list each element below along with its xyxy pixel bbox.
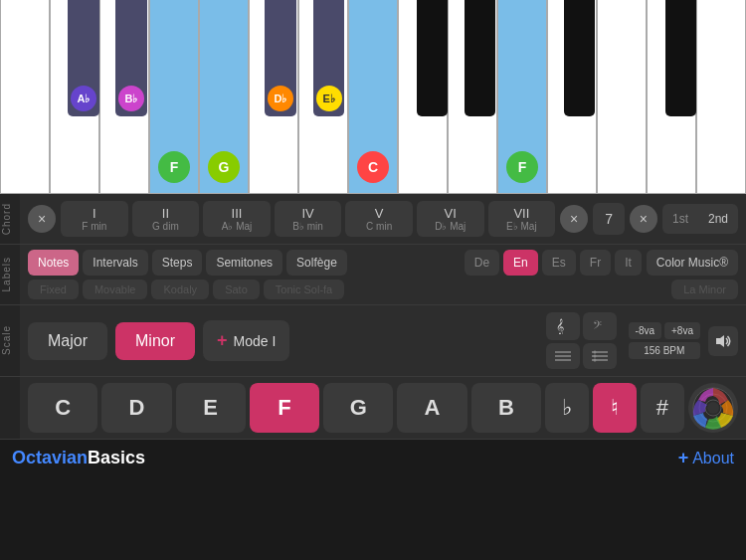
chord-roman-3: III [207, 206, 267, 221]
black-key-bb1[interactable]: B♭ [115, 0, 146, 116]
chord-roman-4: IV [279, 206, 338, 221]
controls-section: Chord × I F min II G dim III A♭ Maj IV [0, 194, 746, 440]
label-btn-steps[interactable]: Steps [152, 250, 203, 276]
bpm-minus-btn[interactable]: -8va [629, 322, 661, 339]
footer: OctavianBasics + About [0, 440, 746, 476]
lang-btn-it[interactable]: It [615, 250, 642, 276]
white-key-f2[interactable]: F [497, 0, 547, 194]
svg-point-15 [707, 402, 719, 414]
lang-btn-es[interactable]: Es [542, 250, 576, 276]
chord-degree-5[interactable]: V C min [345, 201, 413, 237]
white-key-g1[interactable]: G [199, 0, 249, 194]
list-icon [591, 349, 609, 363]
chord-inversion-container: 1st 2nd [662, 204, 738, 234]
black-key-ab1[interactable]: A♭ [68, 0, 98, 116]
scale-row: Major Minor + Mode I 𝄞 𝄢 [20, 305, 746, 376]
chord-num-close-button[interactable]: × [560, 205, 588, 233]
note-label-db2: D♭ [268, 86, 293, 111]
chord-name-2: G dim [136, 221, 196, 232]
label-btn-semitones[interactable]: Semitones [206, 250, 282, 276]
label-btn-solfege[interactable]: Solfège [286, 250, 347, 276]
black-key-ab2[interactable] [465, 0, 495, 116]
sub-label-movable[interactable]: Movable [83, 280, 148, 299]
chord-degree-4[interactable]: IV B♭ min [275, 201, 342, 237]
notation-treble-btn[interactable]: 𝄞 [546, 312, 580, 340]
notation-lines-btn[interactable] [546, 343, 580, 369]
white-key-c2[interactable]: C [348, 0, 398, 194]
chord-degree-7[interactable]: VII E♭ Maj [488, 201, 556, 237]
scale-major-button[interactable]: Major [28, 322, 107, 360]
note-key-a[interactable]: A [397, 383, 466, 433]
note-key-e[interactable]: E [176, 383, 246, 433]
chord-name-3: A♭ Maj [207, 221, 267, 232]
color-music-button[interactable]: Color Music® [647, 250, 738, 276]
svg-text:𝄞: 𝄞 [556, 318, 564, 334]
chord-num-button[interactable]: 7 [593, 203, 625, 235]
note-key-c[interactable]: C [28, 383, 97, 433]
bpm-plus-btn[interactable]: +8va [664, 322, 700, 339]
svg-point-9 [593, 355, 596, 358]
app-name-part2: Basics [88, 448, 145, 467]
chord-roman-2: II [136, 206, 196, 221]
scale-minor-button[interactable]: Minor [115, 322, 195, 360]
accidental-natural[interactable]: ♮ [593, 383, 637, 433]
bpm-display: 156 BPM [629, 342, 700, 359]
notation-list-btn[interactable] [583, 343, 617, 369]
scale-mode-button[interactable]: + Mode I [203, 320, 289, 361]
sub-label-la-minor[interactable]: La Minor [671, 280, 738, 299]
lang-btn-de[interactable]: De [465, 250, 499, 276]
chord-degree-3[interactable]: III A♭ Maj [203, 201, 271, 237]
lang-btn-fr[interactable]: Fr [580, 250, 611, 276]
note-keys-row: C D E F G A B ♭ ♮ # [20, 377, 746, 439]
chord-row: × I F min II G dim III A♭ Maj IV B♭ min [20, 194, 746, 244]
labels-row: Notes Intervals Steps Semitones Solfège … [20, 245, 746, 304]
piano-keys: F G C F A♭ B♭ D♭ E♭ [0, 0, 746, 194]
chord-degree-2[interactable]: II G dim [132, 201, 200, 237]
accidental-sharp[interactable]: # [641, 383, 684, 433]
note-label-c2: C [357, 151, 389, 183]
notation-bass-btn[interactable]: 𝄢 [583, 312, 617, 340]
volume-icon [715, 333, 731, 349]
chord-section-label: Chord [1, 203, 17, 235]
black-key-db2[interactable]: D♭ [265, 0, 295, 116]
chord-degree-6[interactable]: VI D♭ Maj [417, 201, 484, 237]
staff-lines-icon [554, 349, 572, 363]
black-key-eb2[interactable]: E♭ [313, 0, 344, 116]
black-key-bb2[interactable] [564, 0, 595, 116]
chord-inversion-1st[interactable]: 1st [662, 204, 698, 234]
white-key-c1[interactable] [0, 0, 50, 194]
chord-degree-1[interactable]: I F min [61, 201, 128, 237]
label-btn-notes[interactable]: Notes [28, 250, 79, 276]
note-key-g[interactable]: G [323, 383, 393, 433]
sub-label-sato[interactable]: Sato [213, 280, 260, 299]
chord-name-1: F min [65, 221, 124, 232]
volume-button[interactable] [708, 326, 738, 356]
sub-label-tonic-sol-fa[interactable]: Tonic Sol-fa [264, 280, 344, 299]
white-key-c3[interactable] [696, 0, 746, 194]
white-key-f1[interactable]: F [149, 0, 199, 194]
app-name-part1: Octavian [12, 448, 88, 467]
note-label-f2: F [506, 151, 538, 183]
black-key-gb2[interactable] [417, 0, 448, 116]
note-key-f[interactable]: F [250, 383, 319, 433]
svg-point-10 [593, 359, 596, 362]
chord-roman-6: VI [421, 206, 480, 221]
note-key-b[interactable]: B [471, 383, 541, 433]
chord-inv-close-button[interactable]: × [630, 205, 657, 233]
sub-label-fixed[interactable]: Fixed [28, 280, 79, 299]
circle-of-fifths-icon [691, 386, 735, 430]
accidental-flat[interactable]: ♭ [545, 383, 589, 433]
about-button[interactable]: + About [678, 448, 734, 468]
svg-point-8 [593, 351, 596, 354]
chord-close-button[interactable]: × [28, 205, 56, 233]
note-label-ab1: A♭ [71, 86, 96, 111]
circle-of-fifths-button[interactable] [688, 383, 738, 433]
note-label-eb2: E♭ [316, 86, 342, 111]
sub-label-kodaly[interactable]: Kodaly [151, 280, 209, 299]
note-key-d[interactable]: D [101, 383, 171, 433]
black-key-db3[interactable] [665, 0, 696, 116]
chord-inversion-2nd[interactable]: 2nd [698, 204, 738, 234]
white-key-ab2[interactable] [597, 0, 647, 194]
label-btn-intervals[interactable]: Intervals [83, 250, 147, 276]
lang-btn-en[interactable]: En [503, 250, 538, 276]
